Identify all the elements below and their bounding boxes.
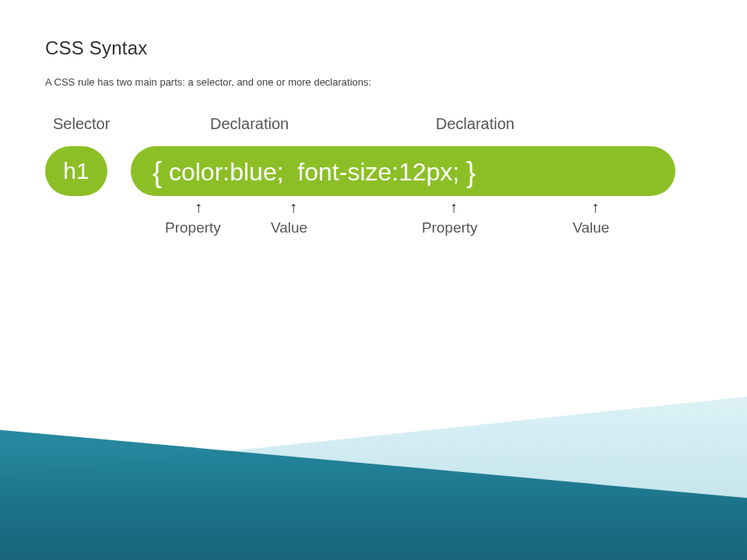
semicolon-2: ; <box>453 147 460 197</box>
slide: CSS Syntax A CSS rule has two main parts… <box>0 0 747 560</box>
property-1: color <box>169 147 223 197</box>
selector-pill: h1 <box>45 146 107 196</box>
value-1: blue <box>230 147 277 197</box>
arrow-icon: ↑ <box>450 199 458 215</box>
page-subtitle: A CSS rule has two main parts: a selecto… <box>45 76 371 88</box>
label-value-2: Value <box>573 219 609 236</box>
close-brace: } <box>466 148 475 198</box>
label-selector: Selector <box>53 115 110 133</box>
label-property-1: Property <box>165 219 221 236</box>
label-declaration-1: Declaration <box>210 115 289 133</box>
selector-text: h1 <box>63 158 89 184</box>
page-title: CSS Syntax <box>45 37 147 59</box>
label-declaration-2: Declaration <box>436 115 514 133</box>
open-brace: { <box>153 148 162 198</box>
colon-1: : <box>223 147 230 197</box>
colon-2: : <box>391 147 398 197</box>
declaration-pill: { color:blue; font-size:12px; } <box>131 146 675 196</box>
property-2: font-size <box>297 147 391 197</box>
semicolon-1: ; <box>277 147 284 197</box>
arrow-icon: ↑ <box>195 199 202 215</box>
label-property-2: Property <box>422 219 478 236</box>
label-value-1: Value <box>271 219 307 236</box>
value-2: 12px <box>398 147 452 197</box>
arrow-icon: ↑ <box>289 199 297 215</box>
arrow-icon: ↑ <box>591 199 599 215</box>
